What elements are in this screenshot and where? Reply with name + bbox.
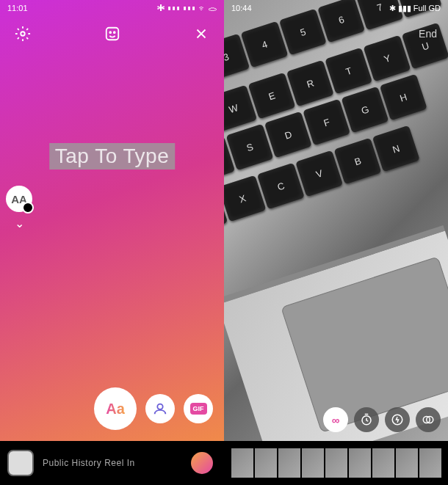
svg-rect-1: [106, 28, 118, 40]
text-mode-button[interactable]: Aa: [94, 387, 137, 430]
flash-icon[interactable]: [385, 407, 410, 432]
svg-point-3: [113, 32, 115, 33]
status-bar-right: 10:44 ✱ ▮▮▮ Full GD: [224, 0, 448, 16]
close-icon[interactable]: [189, 22, 213, 45]
effects-icon[interactable]: [416, 407, 441, 432]
settings-icon[interactable]: [11, 22, 35, 45]
story-create-panel: 11:01 ✱ ▮▮▮ ▮▮▮ ᯤ ⬭ Tap To Type AA ⌄ Aa: [0, 0, 224, 485]
gradient-background[interactable]: [0, 0, 224, 441]
video-frame: [419, 448, 441, 478]
keyboard-key: H: [380, 74, 427, 121]
video-frame: [396, 448, 418, 478]
boomerang-icon[interactable]: ∞: [323, 407, 348, 432]
video-frame: [302, 448, 324, 478]
svg-point-4: [157, 404, 162, 409]
chevron-down-icon[interactable]: ⌄: [15, 216, 24, 230]
mode-labels[interactable]: Public History Reel In: [43, 458, 135, 468]
keyboard-key: N: [372, 125, 420, 172]
gallery-thumbnail[interactable]: [7, 450, 34, 476]
video-frame: [255, 448, 277, 478]
sticker-icon[interactable]: [101, 22, 124, 45]
time-label: 11:01: [7, 4, 28, 12]
video-frame: [325, 448, 347, 478]
time-label: 10:44: [231, 4, 252, 12]
tap-to-type-input[interactable]: Tap To Type: [49, 143, 175, 169]
bottom-mode-bar: Public History Reel In: [0, 441, 224, 485]
svg-point-0: [21, 32, 25, 36]
svg-point-2: [109, 32, 111, 33]
status-icons: ✱ ▮▮▮ ▮▮▮ ᯤ ⬭: [157, 4, 217, 12]
font-style-button[interactable]: AA: [6, 186, 32, 212]
camera-capture-panel: 345678 WERTYU ASDFGH ZXCVBN 10:44 ✱ ▮▮▮ …: [224, 0, 448, 485]
video-frame: [349, 448, 371, 478]
camera-preview[interactable]: 345678 WERTYU ASDFGH ZXCVBN: [224, 0, 448, 441]
status-signal: ✱ ▮▮▮ Full GD: [389, 4, 441, 13]
status-bar-left: 11:01 ✱ ▮▮▮ ▮▮▮ ᯤ ⬭: [0, 0, 224, 16]
timer-icon[interactable]: [354, 407, 379, 432]
mention-mode-button[interactable]: [145, 394, 175, 423]
video-frame: [231, 448, 253, 478]
frames-strip[interactable]: [224, 441, 448, 485]
gradient-color-picker[interactable]: [191, 452, 213, 474]
gif-mode-button[interactable]: GIF: [184, 394, 213, 423]
video-frame: [372, 448, 394, 478]
video-frame: [278, 448, 300, 478]
end-button[interactable]: End: [419, 28, 437, 40]
